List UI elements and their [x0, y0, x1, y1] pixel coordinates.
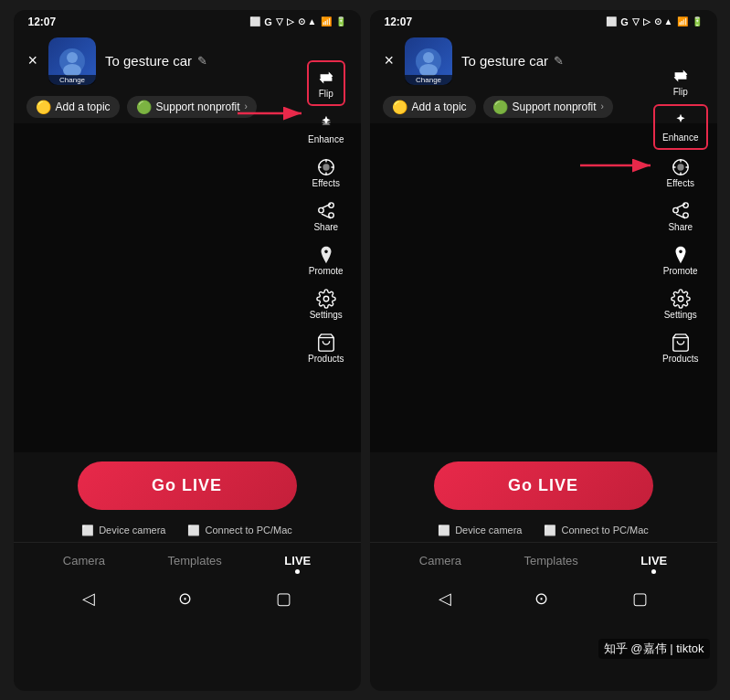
enhance-label-left: Enhance [308, 134, 344, 144]
enhance-icon-left [316, 113, 336, 133]
promote-label-right: Promote [663, 266, 698, 276]
close-button-left[interactable]: × [28, 51, 38, 70]
settings-label-right: Settings [664, 310, 697, 320]
g-icon: G [264, 16, 272, 27]
promote-icon-right [671, 245, 691, 265]
v-icon-right: ▽ [632, 16, 640, 27]
flip-button-left[interactable]: Flip [307, 60, 345, 106]
settings-icon-right [671, 289, 691, 309]
time-right: 12:07 [385, 16, 413, 28]
effects-label-right: Effects [667, 178, 694, 188]
live-tab-right[interactable]: LIVE [633, 550, 674, 578]
effects-icon-right [671, 157, 691, 177]
notif-icon: ⬜ [249, 16, 260, 27]
recents-button-left[interactable]: ▢ [276, 589, 291, 609]
battery-icon: 🔋 [335, 16, 346, 27]
connect-pc-label-right: Connect to PC/Mac [561, 525, 648, 536]
sidebar-left: Flip Enhance Effects [301, 60, 351, 369]
time-left: 12:07 [28, 16, 57, 28]
add-topic-tag-right[interactable]: 🟡 Add a topic [383, 96, 476, 118]
share-button-right[interactable]: Share [661, 196, 700, 238]
products-button-left[interactable]: Products [301, 327, 351, 369]
settings-button-left[interactable]: Settings [302, 283, 350, 325]
share-icon-right [671, 201, 691, 221]
support-nonprofit-tag-right[interactable]: 🟢 Support nonprofit › [483, 96, 613, 118]
go-live-button-right[interactable]: Go LIVE [434, 461, 653, 510]
products-button-right[interactable]: Products [655, 327, 705, 369]
phone-screen-left: 12:07 ⬜ G ▽ ▷ ⊙ ▲ 📶 🔋 × Change [14, 10, 361, 691]
wifi-icon-right: 📶 [677, 16, 688, 27]
settings-label-left: Settings [310, 310, 343, 320]
close-button-right[interactable]: × [385, 51, 395, 70]
nonprofit-chevron-right: › [601, 101, 604, 111]
bottom-options-left: ⬜ Device camera ⬜ Connect to PC/Mac [14, 519, 361, 542]
recents-button-right[interactable]: ▢ [632, 589, 648, 609]
products-label-right: Products [662, 354, 698, 364]
play-icon-right: ▷ [643, 16, 651, 27]
change-label-right[interactable]: Change [405, 75, 452, 85]
change-label-left[interactable]: Change [48, 75, 96, 85]
bottom-options-right: ⬜ Device camera ⬜ Connect to PC/Mac [370, 519, 717, 542]
camera-tab-right[interactable]: Camera [412, 550, 469, 578]
svg-point-7 [323, 296, 329, 302]
svg-point-15 [677, 164, 683, 170]
share-icon-left [316, 201, 336, 221]
device-camera-right[interactable]: ⬜ Device camera [438, 525, 522, 536]
enhance-button-right[interactable]: Enhance [653, 104, 707, 150]
edit-icon-right[interactable]: ✎ [554, 54, 564, 68]
live-tab-left[interactable]: LIVE [277, 550, 318, 578]
enhance-button-left[interactable]: Enhance [301, 108, 351, 150]
signal-icon: ⊙ ▲ [298, 16, 317, 27]
camera-icon-left: ⬜ [81, 525, 94, 536]
enhance-icon-right [671, 111, 691, 132]
promote-button-left[interactable]: Promote [302, 239, 351, 281]
flip-button-right[interactable]: Flip [663, 60, 698, 102]
effects-button-right[interactable]: Effects [660, 152, 702, 194]
sys-nav-right: ◁ ⊙ ▢ [370, 581, 717, 618]
status-bar-left: 12:07 ⬜ G ▽ ▷ ⊙ ▲ 📶 🔋 [14, 10, 361, 32]
go-live-button-left[interactable]: Go LIVE [78, 461, 297, 510]
battery-icon-right: 🔋 [692, 16, 703, 27]
svg-point-12 [423, 52, 434, 63]
connect-pc-right[interactable]: ⬜ Connect to PC/Mac [544, 525, 648, 536]
flip-icon-left [316, 68, 336, 88]
phone-screen-right: 12:07 ⬜ G ▽ ▷ ⊙ ▲ 📶 🔋 × Change [370, 10, 717, 691]
topic-emoji-right: 🟡 [392, 100, 407, 114]
templates-tab-left[interactable]: Templates [161, 550, 229, 578]
promote-button-right[interactable]: Promote [656, 239, 705, 281]
connect-pc-left[interactable]: ⬜ Connect to PC/Mac [187, 525, 291, 536]
flip-icon-right [671, 66, 691, 86]
edit-icon-left[interactable]: ✎ [197, 54, 207, 68]
settings-button-right[interactable]: Settings [657, 283, 704, 325]
avatar-right[interactable]: Change [405, 37, 452, 85]
v-icon: ▽ [276, 16, 283, 27]
products-icon-left [316, 333, 336, 353]
device-camera-left[interactable]: ⬜ Device camera [81, 525, 165, 536]
camera-tab-left[interactable]: Camera [56, 550, 112, 578]
settings-icon-left [316, 289, 336, 309]
avatar-left[interactable]: Change [48, 37, 96, 85]
effects-button-left[interactable]: Effects [305, 152, 347, 194]
live-indicator-left [295, 569, 300, 574]
enhance-label-right: Enhance [662, 133, 698, 143]
home-button-left[interactable]: ⊙ [178, 589, 192, 609]
flip-label-left: Flip [319, 89, 333, 99]
share-label-left: Share [313, 222, 338, 232]
nonprofit-emoji-right: 🟢 [492, 100, 508, 114]
sidebar-right: Flip Enhance Effects [653, 60, 707, 369]
device-camera-label-left: Device camera [99, 525, 165, 536]
connect-pc-label-left: Connect to PC/Mac [205, 525, 291, 536]
back-button-left[interactable]: ◁ [82, 589, 95, 609]
templates-tab-right[interactable]: Templates [517, 550, 586, 578]
products-label-left: Products [308, 354, 344, 364]
promote-icon-left [316, 245, 336, 265]
support-nonprofit-tag-left[interactable]: 🟢 Support nonprofit › [127, 96, 257, 118]
home-button-right[interactable]: ⊙ [534, 589, 548, 609]
g-icon-right: G [620, 16, 629, 27]
topic-emoji-left: 🟡 [36, 100, 51, 114]
watermark: 知乎 @嘉伟 | tiktok [598, 639, 710, 659]
back-button-right[interactable]: ◁ [439, 589, 451, 609]
share-button-left[interactable]: Share [306, 196, 345, 238]
camera-icon-right: ⬜ [438, 525, 450, 536]
add-topic-tag-left[interactable]: 🟡 Add a topic [26, 96, 120, 118]
